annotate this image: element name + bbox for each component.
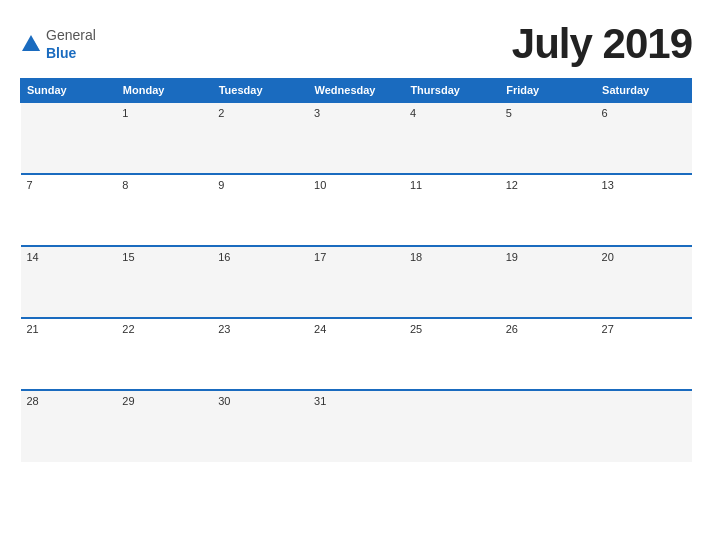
week-row-5: 28293031	[21, 390, 692, 462]
calendar-cell: 15	[116, 246, 212, 318]
calendar-cell: 6	[596, 102, 692, 174]
calendar-cell: 25	[404, 318, 500, 390]
day-number: 14	[27, 251, 39, 263]
day-number: 15	[122, 251, 134, 263]
calendar-cell: 20	[596, 246, 692, 318]
week-row-3: 14151617181920	[21, 246, 692, 318]
calendar-cell: 9	[212, 174, 308, 246]
calendar-cell: 2	[212, 102, 308, 174]
calendar-cell: 24	[308, 318, 404, 390]
calendar-cell	[404, 390, 500, 462]
day-number: 4	[410, 107, 416, 119]
logo-blue: Blue	[46, 45, 76, 61]
header: General Blue July 2019	[20, 20, 692, 68]
day-header-saturday: Saturday	[596, 79, 692, 103]
logo: General Blue	[20, 26, 96, 62]
calendar-cell: 22	[116, 318, 212, 390]
day-number: 23	[218, 323, 230, 335]
week-row-4: 21222324252627	[21, 318, 692, 390]
calendar-cell: 1	[116, 102, 212, 174]
day-number: 29	[122, 395, 134, 407]
day-number: 22	[122, 323, 134, 335]
calendar-table: SundayMondayTuesdayWednesdayThursdayFrid…	[20, 78, 692, 462]
calendar-cell	[596, 390, 692, 462]
calendar-cell	[500, 390, 596, 462]
day-number: 30	[218, 395, 230, 407]
calendar-cell: 17	[308, 246, 404, 318]
calendar-cell: 7	[21, 174, 117, 246]
day-header-thursday: Thursday	[404, 79, 500, 103]
calendar-cell: 23	[212, 318, 308, 390]
calendar-cell: 16	[212, 246, 308, 318]
day-number: 1	[122, 107, 128, 119]
logo-text: General Blue	[46, 26, 96, 62]
calendar-cell: 31	[308, 390, 404, 462]
calendar-cell: 10	[308, 174, 404, 246]
day-number: 11	[410, 179, 422, 191]
day-header-monday: Monday	[116, 79, 212, 103]
calendar-cell: 3	[308, 102, 404, 174]
day-number: 16	[218, 251, 230, 263]
month-title: July 2019	[512, 20, 692, 68]
day-number: 5	[506, 107, 512, 119]
calendar-cell: 5	[500, 102, 596, 174]
day-number: 12	[506, 179, 518, 191]
day-number: 20	[602, 251, 614, 263]
day-number: 27	[602, 323, 614, 335]
calendar-cell: 18	[404, 246, 500, 318]
day-number: 25	[410, 323, 422, 335]
day-number: 24	[314, 323, 326, 335]
calendar-cell: 4	[404, 102, 500, 174]
day-number: 2	[218, 107, 224, 119]
calendar-cell: 29	[116, 390, 212, 462]
day-number: 18	[410, 251, 422, 263]
calendar-cell: 28	[21, 390, 117, 462]
calendar-body: 1234567891011121314151617181920212223242…	[21, 102, 692, 462]
day-number: 9	[218, 179, 224, 191]
day-number: 7	[27, 179, 33, 191]
day-header-sunday: Sunday	[21, 79, 117, 103]
calendar-cell	[21, 102, 117, 174]
day-number: 10	[314, 179, 326, 191]
day-number: 8	[122, 179, 128, 191]
day-number: 19	[506, 251, 518, 263]
day-number: 6	[602, 107, 608, 119]
logo-icon	[20, 33, 42, 55]
day-number: 17	[314, 251, 326, 263]
day-number: 28	[27, 395, 39, 407]
day-header-tuesday: Tuesday	[212, 79, 308, 103]
calendar-cell: 8	[116, 174, 212, 246]
day-header-wednesday: Wednesday	[308, 79, 404, 103]
day-number: 26	[506, 323, 518, 335]
calendar-cell: 30	[212, 390, 308, 462]
day-number: 31	[314, 395, 326, 407]
calendar-cell: 27	[596, 318, 692, 390]
calendar-cell: 11	[404, 174, 500, 246]
day-header-row: SundayMondayTuesdayWednesdayThursdayFrid…	[21, 79, 692, 103]
calendar-header: SundayMondayTuesdayWednesdayThursdayFrid…	[21, 79, 692, 103]
week-row-2: 78910111213	[21, 174, 692, 246]
day-number: 21	[27, 323, 39, 335]
calendar-cell: 13	[596, 174, 692, 246]
day-header-friday: Friday	[500, 79, 596, 103]
week-row-1: 123456	[21, 102, 692, 174]
day-number: 13	[602, 179, 614, 191]
day-number: 3	[314, 107, 320, 119]
calendar-cell: 21	[21, 318, 117, 390]
logo-general: General	[46, 27, 96, 43]
calendar-cell: 14	[21, 246, 117, 318]
calendar-cell: 19	[500, 246, 596, 318]
calendar-page: General Blue July 2019 SundayMondayTuesd…	[0, 0, 712, 550]
calendar-cell: 12	[500, 174, 596, 246]
calendar-cell: 26	[500, 318, 596, 390]
